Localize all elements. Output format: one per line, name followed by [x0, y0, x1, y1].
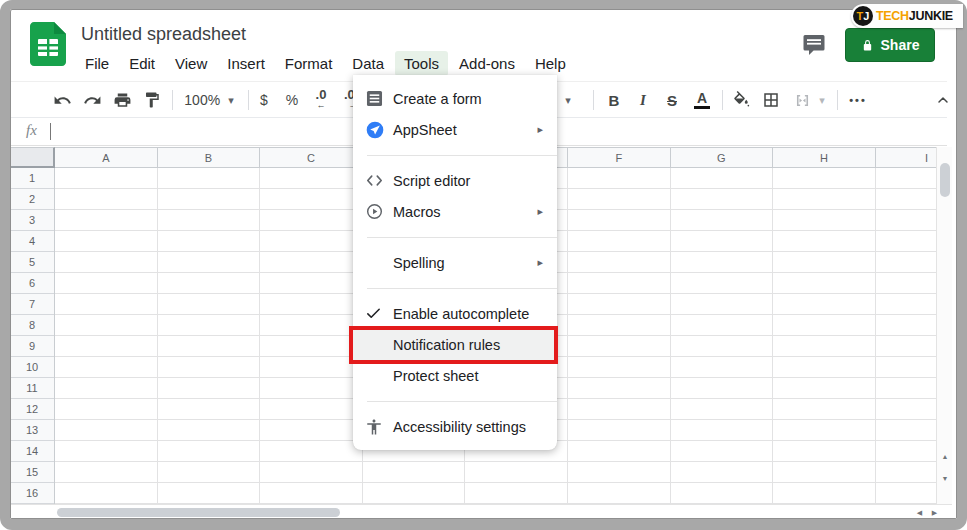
menu-item-spelling[interactable]: Spelling ▸ — [353, 247, 557, 278]
zoom-value: 100% — [184, 92, 220, 108]
menubar-format[interactable]: Format — [276, 51, 342, 76]
share-button[interactable]: Share — [845, 28, 935, 62]
column-header-B[interactable]: B — [158, 148, 261, 167]
column-header-G[interactable]: G — [671, 148, 774, 167]
menu-item-create-a-form[interactable]: Create a form — [353, 83, 557, 114]
caret-down-icon: ▾ — [228, 94, 234, 107]
submenu-arrow-icon: ▸ — [537, 256, 543, 269]
menubar-tools[interactable]: Tools — [395, 51, 448, 76]
column-header-I[interactable]: I — [876, 148, 936, 167]
text-color-button[interactable]: A — [690, 88, 714, 112]
menubar-data[interactable]: Data — [343, 51, 393, 76]
menu-divider — [353, 145, 557, 165]
submenu-arrow-icon: ▸ — [537, 205, 543, 218]
merge-caret-icon[interactable]: ▾ — [814, 88, 830, 112]
text-color-bar — [694, 106, 710, 109]
percent-format-button[interactable]: % — [280, 88, 304, 112]
screenshot: Untitled spreadsheet File Edit View Inse… — [0, 0, 967, 530]
row-header-4[interactable]: 4 — [10, 231, 54, 252]
menubar-file[interactable]: File — [76, 51, 118, 76]
check-icon — [365, 305, 393, 322]
toolbar-divider — [837, 90, 838, 110]
decrease-decimal-button[interactable]: .0← — [308, 88, 334, 112]
row-headers: 12345678910111213141516 — [10, 168, 55, 504]
menu-divider — [353, 278, 557, 298]
row-header-12[interactable]: 12 — [10, 399, 54, 420]
vertical-scrollbar-thumb[interactable] — [940, 163, 950, 197]
font-size-caret-icon[interactable]: ▾ — [558, 88, 578, 112]
row-header-16[interactable]: 16 — [10, 483, 54, 504]
borders-icon[interactable] — [759, 88, 783, 112]
menubar-edit[interactable]: Edit — [120, 51, 164, 76]
toolbar-divider — [593, 90, 594, 110]
strikethrough-button[interactable]: S — [660, 88, 684, 112]
macros-icon — [365, 202, 393, 221]
redo-icon[interactable] — [80, 88, 104, 112]
techjunkie-logo-icon: TJ — [853, 6, 873, 26]
toolbar-divider — [722, 90, 723, 110]
italic-button[interactable]: I — [631, 88, 655, 112]
paint-format-icon[interactable] — [140, 88, 164, 112]
undo-icon[interactable] — [50, 88, 74, 112]
submenu-arrow-icon: ▸ — [537, 123, 543, 136]
row-header-7[interactable]: 7 — [10, 294, 54, 315]
scroll-down-icon[interactable]: ▼ — [937, 468, 953, 489]
row-header-9[interactable]: 9 — [10, 336, 54, 357]
form-icon — [365, 89, 393, 108]
fx-label: fx — [26, 122, 37, 139]
bold-button[interactable]: B — [602, 88, 626, 112]
row-header-1[interactable]: 1 — [10, 168, 54, 189]
print-icon[interactable] — [110, 88, 134, 112]
row-header-15[interactable]: 15 — [10, 462, 54, 483]
formula-cursor — [50, 123, 51, 140]
code-icon — [365, 171, 393, 190]
horizontal-scrollbar[interactable]: ◀ ▶ — [10, 504, 952, 519]
menubar-view[interactable]: View — [166, 51, 216, 76]
sheets-logo-icon — [30, 22, 66, 66]
menubar: File Edit View Insert Format Data Tools … — [76, 51, 575, 76]
scroll-right-icon[interactable]: ▶ — [928, 506, 941, 519]
fill-color-icon[interactable] — [729, 88, 753, 112]
row-header-14[interactable]: 14 — [10, 441, 54, 462]
column-header-A[interactable]: A — [55, 148, 158, 167]
menubar-addons[interactable]: Add-ons — [450, 51, 524, 76]
column-header-H[interactable]: H — [773, 148, 876, 167]
currency-format-button[interactable]: $ — [252, 88, 276, 112]
select-all-corner[interactable] — [10, 147, 55, 168]
scroll-up-icon[interactable]: ▲ — [937, 446, 953, 467]
techjunkie-watermark: TJ TECHJUNKIE — [851, 4, 963, 28]
zoom-select[interactable]: 100% ▾ — [180, 88, 238, 112]
row-header-3[interactable]: 3 — [10, 210, 54, 231]
menu-item-enable-autocomplete[interactable]: Enable autocomplete — [353, 298, 557, 329]
menubar-help[interactable]: Help — [526, 51, 575, 76]
row-header-11[interactable]: 11 — [10, 378, 54, 399]
comment-icon[interactable] — [801, 33, 829, 59]
horizontal-scrollbar-thumb[interactable] — [57, 508, 340, 517]
column-header-F[interactable]: F — [568, 148, 671, 167]
vertical-scrollbar[interactable]: ▲ ▼ — [936, 147, 952, 504]
merge-cells-icon[interactable] — [790, 88, 814, 112]
appsheet-icon — [365, 120, 393, 140]
row-header-6[interactable]: 6 — [10, 273, 54, 294]
menubar-insert[interactable]: Insert — [218, 51, 274, 76]
menu-item-protect-sheet[interactable]: Protect sheet — [353, 360, 557, 391]
menu-item-accessibility-settings[interactable]: Accessibility settings — [353, 411, 557, 442]
collapse-toolbar-icon[interactable] — [931, 88, 955, 112]
menu-item-appsheet[interactable]: AppSheet ▸ — [353, 114, 557, 145]
row-header-8[interactable]: 8 — [10, 315, 54, 336]
brand-junkie: JUNKIE — [909, 9, 953, 23]
row-header-13[interactable]: 13 — [10, 420, 54, 441]
menu-divider — [353, 227, 557, 247]
menu-item-macros[interactable]: Macros ▸ — [353, 196, 557, 227]
document-title[interactable]: Untitled spreadsheet — [81, 24, 246, 45]
scroll-left-icon[interactable]: ◀ — [913, 506, 926, 519]
toolbar-divider — [172, 90, 173, 110]
brand-tech: TECH — [876, 9, 909, 23]
row-header-2[interactable]: 2 — [10, 189, 54, 210]
row-header-5[interactable]: 5 — [10, 252, 54, 273]
menu-item-script-editor[interactable]: Script editor — [353, 165, 557, 196]
menu-divider — [353, 391, 557, 411]
column-header-C[interactable]: C — [260, 148, 363, 167]
more-options-button[interactable]: ••• — [844, 88, 872, 112]
row-header-10[interactable]: 10 — [10, 357, 54, 378]
